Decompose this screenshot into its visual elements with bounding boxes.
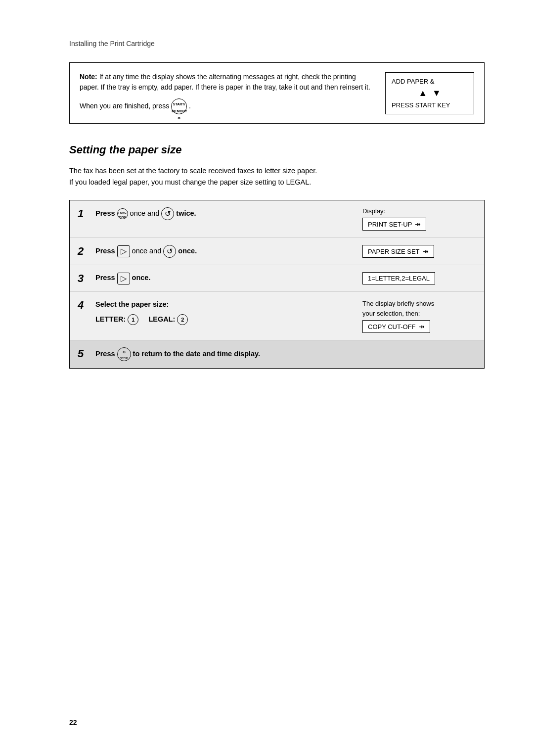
display-arrow-1: ↠ (415, 220, 421, 228)
add-paper-text: ADD PAPER & (392, 78, 468, 85)
step-content-2: Press ▷ once and ↺ once. (95, 245, 362, 258)
display-box-4: COPY CUT-OFF ↠ (362, 320, 430, 333)
step-content-3: Press ▷ once. (95, 272, 362, 284)
step-content-4: Select the paper size: LETTER: 1 LEGAL: … (95, 299, 362, 325)
step-content-5: Press ⊙STOP to return to the date and ti… (95, 347, 476, 361)
step-number-2: 2 (78, 245, 91, 257)
display-arrow-2: ↠ (423, 247, 429, 255)
step-row-5: 5 Press ⊙STOP to return to the date and … (70, 340, 484, 368)
start-memory-icon: START/MEMORY⊕ (171, 98, 187, 114)
step-display-4: The display briefly shows your selection… (362, 299, 476, 333)
key-1-icon: 1 (128, 314, 138, 325)
display-multi-4: The display briefly shows your selection… (362, 299, 434, 318)
step-row-4: 4 Select the paper size: LETTER: 1 LEGAL… (70, 292, 484, 340)
right-nav-icon: ▷ (117, 245, 130, 257)
page-header: Installing the Print Cartridge (69, 40, 485, 47)
page-number: 22 (69, 718, 77, 726)
note-label: Note: (80, 73, 97, 81)
step4-sub: LETTER: 1 LEGAL: 2 (95, 314, 362, 325)
step-number-1: 1 (78, 207, 91, 219)
step-row-1: 1 Press FUNCTION once and ↺ twice. Displ… (70, 200, 484, 238)
step-display-2: PAPER SIZE SET ↠ (362, 245, 476, 258)
scroll-up-icon: ↺ (161, 207, 174, 220)
display-box-3: 1=LETTER,2=LEGAL (362, 272, 435, 284)
display-box-1: PRINT SET-UP ↠ (362, 218, 426, 231)
up-arrow-icon: ▲ (418, 88, 427, 98)
step-content-1: Press FUNCTION once and ↺ twice. (95, 207, 362, 220)
scroll-up-2-icon: ↺ (163, 245, 176, 258)
section-intro: The fax has been set at the factory to s… (69, 165, 485, 188)
step-row-3: 3 Press ▷ once. 1=LETTER,2=LEGAL (70, 265, 484, 292)
note-finish: When you are finished, press START/MEMOR… (80, 98, 375, 114)
display-arrow-4: ↠ (419, 323, 425, 331)
right-nav-3-icon: ▷ (117, 273, 130, 284)
display-box-2: PAPER SIZE SET ↠ (362, 245, 434, 258)
press-start-text: PRESS START KEY (392, 101, 468, 109)
stop-button-icon: ⊙STOP (117, 347, 131, 361)
step-display-1: Display: PRINT SET-UP ↠ (362, 207, 476, 231)
section-title: Setting the paper size (69, 143, 485, 156)
steps-box: 1 Press FUNCTION once and ↺ twice. Displ… (69, 200, 485, 369)
step-number-5: 5 (78, 347, 91, 359)
arrows-display: ▲ ▼ (392, 88, 468, 98)
function-button-icon: FUNCTION (117, 208, 128, 219)
note-right-box: ADD PAPER & ▲ ▼ PRESS START KEY (385, 72, 474, 114)
step-row-2: 2 Press ▷ once and ↺ once. PAPER SIZE SE… (70, 238, 484, 265)
note-text: If at any time the display shows the alt… (80, 73, 370, 91)
down-arrow-icon: ▼ (432, 88, 441, 98)
note-left: Note: If at any time the display shows t… (80, 72, 375, 114)
note-box: Note: If at any time the display shows t… (69, 62, 485, 124)
step-number-3: 3 (78, 272, 91, 284)
step-display-3: 1=LETTER,2=LEGAL (362, 272, 476, 284)
step-number-4: 4 (78, 299, 91, 311)
key-2-icon: 2 (177, 314, 188, 325)
